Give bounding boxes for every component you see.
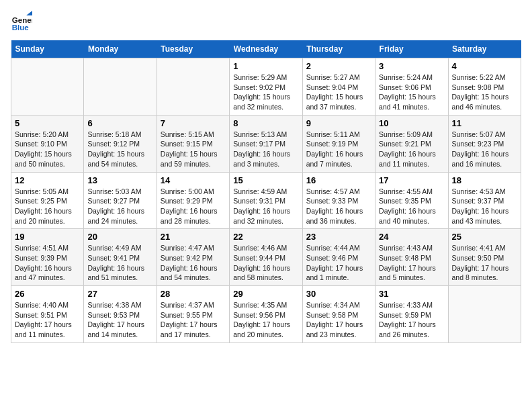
- week-row-5: 26Sunrise: 4:40 AM Sunset: 9:51 PM Dayli…: [11, 286, 521, 343]
- day-number: 19: [15, 232, 80, 242]
- day-cell: 24Sunrise: 4:43 AM Sunset: 9:48 PM Dayli…: [375, 229, 448, 286]
- day-cell: [11, 58, 84, 116]
- day-info: Sunrise: 5:00 AM Sunset: 9:29 PM Dayligh…: [161, 187, 226, 226]
- day-info: Sunrise: 4:44 AM Sunset: 9:46 PM Dayligh…: [306, 243, 371, 283]
- day-cell: 20Sunrise: 4:49 AM Sunset: 9:41 PM Dayli…: [84, 229, 157, 286]
- day-cell: [448, 286, 521, 343]
- weekday-header-saturday: Saturday: [448, 40, 521, 58]
- day-number: 22: [233, 232, 298, 242]
- day-info: Sunrise: 4:55 AM Sunset: 9:35 PM Dayligh…: [379, 187, 444, 226]
- day-cell: 29Sunrise: 4:35 AM Sunset: 9:56 PM Dayli…: [230, 286, 302, 343]
- page-header: General Blue: [11, 11, 521, 32]
- day-info: Sunrise: 5:22 AM Sunset: 9:08 PM Dayligh…: [452, 73, 517, 112]
- day-number: 12: [15, 175, 80, 185]
- day-cell: 4Sunrise: 5:22 AM Sunset: 9:08 PM Daylig…: [448, 58, 521, 116]
- svg-marker-2: [26, 11, 32, 15]
- weekday-header-sunday: Sunday: [11, 40, 84, 58]
- day-number: 14: [161, 175, 226, 185]
- day-number: 15: [233, 175, 298, 185]
- week-row-1: 1Sunrise: 5:29 AM Sunset: 9:02 PM Daylig…: [11, 58, 521, 116]
- day-info: Sunrise: 4:33 AM Sunset: 9:59 PM Dayligh…: [379, 300, 444, 340]
- day-cell: 18Sunrise: 4:53 AM Sunset: 9:37 PM Dayli…: [448, 172, 521, 229]
- day-info: Sunrise: 5:03 AM Sunset: 9:27 PM Dayligh…: [87, 187, 152, 226]
- logo: General Blue: [11, 11, 35, 32]
- day-info: Sunrise: 4:46 AM Sunset: 9:44 PM Dayligh…: [233, 243, 298, 283]
- day-number: 28: [161, 289, 226, 299]
- calendar-table: SundayMondayTuesdayWednesdayThursdayFrid…: [11, 40, 521, 343]
- day-number: 24: [379, 232, 444, 242]
- week-row-4: 19Sunrise: 4:51 AM Sunset: 9:39 PM Dayli…: [11, 229, 521, 286]
- day-info: Sunrise: 4:38 AM Sunset: 9:53 PM Dayligh…: [87, 300, 152, 340]
- day-info: Sunrise: 4:40 AM Sunset: 9:51 PM Dayligh…: [15, 300, 80, 340]
- day-cell: 5Sunrise: 5:20 AM Sunset: 9:10 PM Daylig…: [11, 115, 84, 172]
- day-cell: 28Sunrise: 4:37 AM Sunset: 9:55 PM Dayli…: [157, 286, 229, 343]
- day-number: 23: [306, 232, 371, 242]
- day-info: Sunrise: 4:47 AM Sunset: 9:42 PM Dayligh…: [161, 243, 226, 283]
- svg-text:General: General: [12, 16, 32, 24]
- day-info: Sunrise: 4:41 AM Sunset: 9:50 PM Dayligh…: [452, 243, 517, 283]
- day-info: Sunrise: 5:20 AM Sunset: 9:10 PM Dayligh…: [15, 130, 80, 169]
- day-info: Sunrise: 5:05 AM Sunset: 9:25 PM Dayligh…: [15, 187, 80, 226]
- day-info: Sunrise: 4:49 AM Sunset: 9:41 PM Dayligh…: [87, 243, 152, 283]
- day-cell: 10Sunrise: 5:09 AM Sunset: 9:21 PM Dayli…: [375, 115, 448, 172]
- day-number: 30: [306, 289, 371, 299]
- day-number: 11: [452, 118, 517, 128]
- day-cell: 2Sunrise: 5:27 AM Sunset: 9:04 PM Daylig…: [302, 58, 375, 116]
- day-info: Sunrise: 4:37 AM Sunset: 9:55 PM Dayligh…: [161, 300, 226, 340]
- week-row-3: 12Sunrise: 5:05 AM Sunset: 9:25 PM Dayli…: [11, 172, 521, 229]
- day-info: Sunrise: 5:09 AM Sunset: 9:21 PM Dayligh…: [379, 130, 444, 169]
- day-number: 21: [161, 232, 226, 242]
- day-info: Sunrise: 4:57 AM Sunset: 9:33 PM Dayligh…: [306, 187, 371, 226]
- day-number: 10: [379, 118, 444, 128]
- day-number: 7: [161, 118, 226, 128]
- day-number: 3: [379, 61, 444, 71]
- day-cell: 26Sunrise: 4:40 AM Sunset: 9:51 PM Dayli…: [11, 286, 84, 343]
- day-number: 1: [233, 61, 298, 71]
- day-cell: 22Sunrise: 4:46 AM Sunset: 9:44 PM Dayli…: [230, 229, 302, 286]
- logo-icon: General Blue: [11, 11, 32, 32]
- day-number: 25: [452, 232, 517, 242]
- day-number: 17: [379, 175, 444, 185]
- day-cell: 25Sunrise: 4:41 AM Sunset: 9:50 PM Dayli…: [448, 229, 521, 286]
- day-info: Sunrise: 4:34 AM Sunset: 9:58 PM Dayligh…: [306, 300, 371, 340]
- day-number: 26: [15, 289, 80, 299]
- day-info: Sunrise: 5:15 AM Sunset: 9:15 PM Dayligh…: [161, 130, 226, 169]
- day-cell: [157, 58, 229, 116]
- day-info: Sunrise: 5:07 AM Sunset: 9:23 PM Dayligh…: [452, 130, 517, 169]
- day-info: Sunrise: 4:35 AM Sunset: 9:56 PM Dayligh…: [233, 300, 298, 340]
- weekday-header-thursday: Thursday: [302, 40, 375, 58]
- day-number: 4: [452, 61, 517, 71]
- day-number: 5: [15, 118, 80, 128]
- day-cell: 11Sunrise: 5:07 AM Sunset: 9:23 PM Dayli…: [448, 115, 521, 172]
- day-number: 27: [87, 289, 152, 299]
- day-cell: 9Sunrise: 5:11 AM Sunset: 9:19 PM Daylig…: [302, 115, 375, 172]
- day-info: Sunrise: 5:29 AM Sunset: 9:02 PM Dayligh…: [233, 73, 298, 112]
- week-row-2: 5Sunrise: 5:20 AM Sunset: 9:10 PM Daylig…: [11, 115, 521, 172]
- day-number: 18: [452, 175, 517, 185]
- day-cell: 21Sunrise: 4:47 AM Sunset: 9:42 PM Dayli…: [157, 229, 229, 286]
- day-number: 29: [233, 289, 298, 299]
- day-cell: 3Sunrise: 5:24 AM Sunset: 9:06 PM Daylig…: [375, 58, 448, 116]
- day-info: Sunrise: 5:18 AM Sunset: 9:12 PM Dayligh…: [87, 130, 152, 169]
- day-cell: 6Sunrise: 5:18 AM Sunset: 9:12 PM Daylig…: [84, 115, 157, 172]
- day-number: 31: [379, 289, 444, 299]
- day-info: Sunrise: 4:51 AM Sunset: 9:39 PM Dayligh…: [15, 243, 80, 283]
- day-cell: [84, 58, 157, 116]
- day-number: 6: [87, 118, 152, 128]
- day-cell: 19Sunrise: 4:51 AM Sunset: 9:39 PM Dayli…: [11, 229, 84, 286]
- day-number: 16: [306, 175, 371, 185]
- day-number: 8: [233, 118, 298, 128]
- day-cell: 1Sunrise: 5:29 AM Sunset: 9:02 PM Daylig…: [230, 58, 302, 116]
- day-info: Sunrise: 4:59 AM Sunset: 9:31 PM Dayligh…: [233, 187, 298, 226]
- day-cell: 14Sunrise: 5:00 AM Sunset: 9:29 PM Dayli…: [157, 172, 229, 229]
- day-info: Sunrise: 5:24 AM Sunset: 9:06 PM Dayligh…: [379, 73, 444, 112]
- svg-text:Blue: Blue: [12, 24, 30, 32]
- day-info: Sunrise: 4:43 AM Sunset: 9:48 PM Dayligh…: [379, 243, 444, 283]
- day-cell: 15Sunrise: 4:59 AM Sunset: 9:31 PM Dayli…: [230, 172, 302, 229]
- day-cell: 16Sunrise: 4:57 AM Sunset: 9:33 PM Dayli…: [302, 172, 375, 229]
- day-cell: 31Sunrise: 4:33 AM Sunset: 9:59 PM Dayli…: [375, 286, 448, 343]
- weekday-header-wednesday: Wednesday: [230, 40, 302, 58]
- day-cell: 17Sunrise: 4:55 AM Sunset: 9:35 PM Dayli…: [375, 172, 448, 229]
- weekday-header-friday: Friday: [375, 40, 448, 58]
- weekday-header-tuesday: Tuesday: [157, 40, 229, 58]
